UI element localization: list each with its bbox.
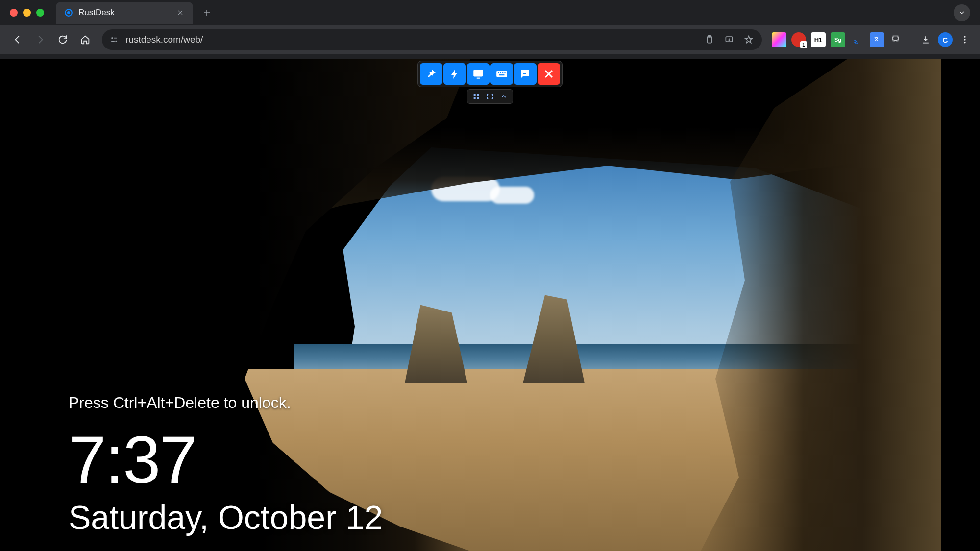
rustdesk-toolbar-main: [417, 61, 563, 87]
svg-rect-11: [477, 78, 480, 79]
window-close-button[interactable]: [10, 9, 18, 17]
rustdesk-toolbar-secondary: [467, 89, 513, 104]
site-settings-icon[interactable]: [108, 33, 121, 46]
tab-search-button[interactable]: [954, 4, 970, 21]
window-maximize-button[interactable]: [36, 9, 44, 17]
profile-avatar[interactable]: C: [938, 32, 953, 47]
rustdesk-favicon-icon: [64, 8, 74, 18]
fullscreen-button[interactable]: [484, 91, 496, 102]
forward-button[interactable]: [30, 30, 50, 49]
collapse-toolbar-button[interactable]: [498, 91, 510, 102]
reload-button[interactable]: [53, 30, 73, 49]
browser-chrome: RustDesk rus: [0, 0, 980, 59]
tab-title: RustDesk: [78, 8, 171, 18]
svg-rect-19: [477, 94, 479, 96]
svg-point-1: [67, 11, 70, 14]
bookmark-icon[interactable]: [741, 32, 756, 47]
remote-screen: Press Ctrl+Alt+Delete to unlock. 7:37 Sa…: [0, 59, 980, 551]
svg-point-9: [964, 42, 965, 43]
svg-rect-16: [504, 72, 505, 73]
rustdesk-toolbar: [417, 61, 563, 104]
actions-button[interactable]: [443, 63, 466, 85]
extension-colorful-icon[interactable]: [772, 32, 786, 47]
clipboard-icon[interactable]: [702, 32, 717, 47]
window-controls: [6, 9, 50, 17]
tab-close-button[interactable]: [175, 8, 185, 18]
svg-rect-10: [473, 70, 483, 76]
svg-rect-18: [474, 94, 476, 96]
extension-h1-icon[interactable]: H1: [811, 32, 826, 47]
remote-desktop-viewport[interactable]: Press Ctrl+Alt+Delete to unlock. 7:37 Sa…: [0, 59, 980, 551]
svg-point-7: [964, 36, 965, 38]
svg-rect-14: [500, 72, 501, 73]
extension-translate-icon[interactable]: [870, 32, 884, 47]
separator: [911, 34, 911, 46]
extension-sg-icon[interactable]: Sg: [831, 32, 845, 47]
svg-rect-17: [499, 74, 505, 75]
browser-tab[interactable]: RustDesk: [56, 2, 193, 24]
lock-clock-date: Saturday, October 12: [69, 498, 383, 536]
keyboard-button[interactable]: [490, 63, 513, 85]
display-button[interactable]: [467, 63, 490, 85]
address-bar[interactable]: rustdesk.com/web/: [102, 29, 762, 50]
browser-toolbar: rustdesk.com/web/ H1 Sg: [0, 25, 980, 54]
install-app-icon[interactable]: [722, 32, 736, 47]
grid-view-button[interactable]: [470, 91, 482, 102]
extensions-menu-icon[interactable]: [889, 32, 904, 47]
browser-menu-icon[interactable]: [957, 32, 972, 47]
extensions-row: H1 Sg C: [769, 32, 972, 47]
svg-rect-12: [496, 71, 507, 77]
window-minimize-button[interactable]: [23, 9, 31, 17]
svg-rect-21: [477, 97, 479, 99]
new-tab-button[interactable]: [198, 4, 216, 22]
lock-screen-overlay: Press Ctrl+Alt+Delete to unlock. 7:37 Sa…: [69, 394, 383, 536]
tab-bar: RustDesk: [0, 0, 980, 25]
svg-rect-13: [498, 72, 499, 73]
svg-point-2: [111, 37, 113, 39]
close-session-button[interactable]: [538, 63, 560, 85]
downloads-icon[interactable]: [918, 32, 933, 47]
pin-button[interactable]: [420, 63, 442, 85]
svg-rect-15: [502, 72, 503, 73]
svg-rect-20: [474, 97, 476, 99]
svg-point-3: [116, 41, 117, 42]
extension-cast-icon[interactable]: [850, 32, 865, 47]
chat-button[interactable]: [514, 63, 537, 85]
lock-clock-time: 7:37: [69, 426, 383, 493]
back-button[interactable]: [8, 30, 27, 49]
extension-red-icon[interactable]: [791, 32, 806, 47]
svg-point-8: [964, 39, 965, 40]
url-text: rustdesk.com/web/: [125, 34, 697, 45]
unlock-hint: Press Ctrl+Alt+Delete to unlock.: [69, 394, 383, 412]
home-button[interactable]: [75, 30, 95, 49]
